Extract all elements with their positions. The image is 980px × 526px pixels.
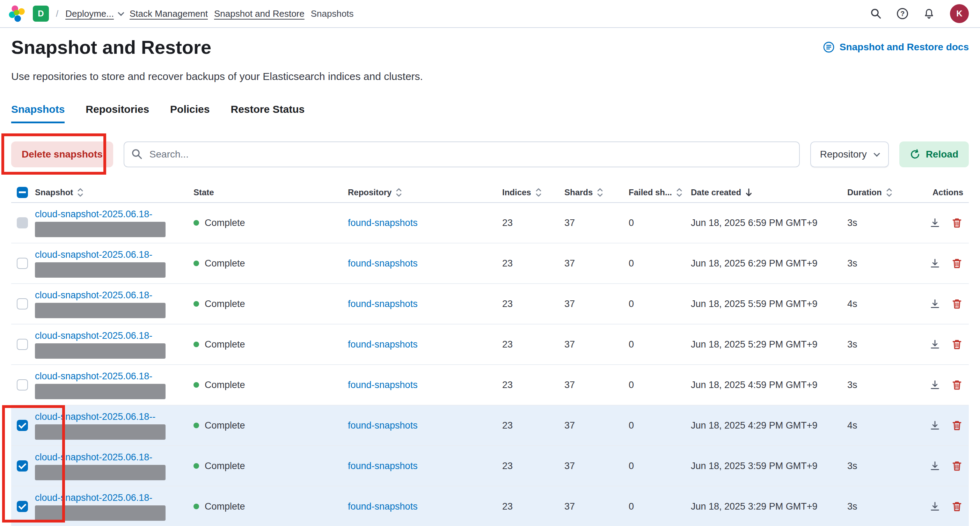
snapshot-link[interactable]: cloud-snapshot-2025.06.18- — [35, 290, 152, 301]
reload-label: Reload — [926, 149, 958, 160]
docs-link[interactable]: Snapshot and Restore docs — [823, 41, 969, 53]
row-checkbox[interactable] — [17, 339, 28, 350]
download-icon[interactable] — [930, 339, 940, 350]
repository-link[interactable]: found-snapshots — [348, 299, 418, 310]
repository-link[interactable]: found-snapshots — [348, 339, 418, 350]
breadcrumb-snapshots: Snapshots — [311, 8, 354, 19]
sort-icon — [395, 188, 402, 197]
notifications-icon[interactable] — [923, 8, 935, 19]
redacted-snapshot-suffix — [35, 222, 165, 237]
failed-shards-value: 0 — [628, 258, 691, 269]
breadcrumb-snapshot-and-restore[interactable]: Snapshot and Restore — [214, 8, 305, 19]
row-checkbox[interactable] — [17, 420, 28, 431]
page-header: Snapshot and Restore Snapshot and Restor… — [11, 37, 969, 58]
docs-link-label: Snapshot and Restore docs — [840, 41, 969, 53]
failed-shards-value: 0 — [628, 461, 691, 472]
redacted-snapshot-suffix — [35, 303, 165, 318]
tab-repositories[interactable]: Repositories — [86, 103, 149, 123]
date-created-value: Jun 18, 2025 3:59 PM GMT+9 — [691, 461, 847, 472]
date-created-value: Jun 18, 2025 5:29 PM GMT+9 — [691, 339, 847, 350]
row-checkbox[interactable] — [17, 217, 28, 229]
download-icon[interactable] — [930, 461, 940, 471]
tab-restore-status[interactable]: Restore Status — [231, 103, 305, 123]
repository-link[interactable]: found-snapshots — [348, 258, 418, 269]
status-complete-dot — [194, 220, 199, 226]
state-label: Complete — [205, 420, 245, 431]
breadcrumb-deployment-label: Deployme... — [65, 8, 114, 19]
column-header-indices[interactable]: Indices — [502, 188, 565, 197]
column-header-failed-shards[interactable]: Failed sh... — [628, 188, 691, 197]
repository-link[interactable]: found-snapshots — [348, 218, 418, 229]
snapshot-link[interactable]: cloud-snapshot-2025.06.18-- — [35, 412, 156, 422]
duration-value: 3s — [847, 461, 929, 472]
delete-icon[interactable] — [952, 258, 962, 269]
indices-value: 23 — [502, 380, 565, 391]
table-row: cloud-snapshot-2025.06.18- Complete foun… — [11, 324, 969, 365]
row-checkbox[interactable] — [17, 258, 28, 269]
indices-value: 23 — [502, 258, 565, 269]
state-label: Complete — [205, 339, 245, 350]
user-avatar[interactable]: K — [950, 4, 969, 23]
download-icon[interactable] — [930, 420, 940, 431]
indices-value: 23 — [502, 299, 565, 310]
download-icon[interactable] — [930, 218, 940, 228]
repository-link[interactable]: found-snapshots — [348, 380, 418, 391]
redacted-snapshot-suffix — [35, 424, 165, 440]
breadcrumb-stack-management[interactable]: Stack Management — [130, 8, 208, 19]
repository-filter-button[interactable]: Repository — [810, 141, 889, 167]
repository-link[interactable]: found-snapshots — [348, 501, 418, 512]
select-all-checkbox[interactable] — [17, 187, 28, 198]
breadcrumb-deployment[interactable]: Deployme... — [65, 8, 123, 19]
delete-icon[interactable] — [952, 339, 962, 350]
column-header-date-created[interactable]: Date created — [691, 188, 847, 197]
delete-icon[interactable] — [952, 299, 962, 309]
indices-value: 23 — [502, 339, 565, 350]
table-header-row: Snapshot State Repository Indices Shards — [11, 183, 969, 203]
snapshot-link[interactable]: cloud-snapshot-2025.06.18- — [35, 331, 152, 341]
state-label: Complete — [205, 299, 245, 310]
delete-icon[interactable] — [952, 380, 962, 390]
delete-snapshots-button[interactable]: Delete snapshots — [11, 141, 113, 167]
help-icon[interactable]: ? — [897, 8, 908, 19]
delete-icon[interactable] — [952, 461, 962, 471]
snapshot-link[interactable]: cloud-snapshot-2025.06.18- — [35, 452, 152, 463]
column-header-shards[interactable]: Shards — [565, 188, 628, 197]
delete-icon[interactable] — [952, 501, 962, 512]
shards-value: 37 — [565, 461, 628, 472]
download-icon[interactable] — [930, 258, 940, 269]
sort-icon — [596, 188, 604, 197]
download-icon[interactable] — [930, 299, 940, 309]
elastic-logo-icon[interactable] — [8, 5, 26, 22]
failed-shards-value: 0 — [628, 380, 691, 391]
repository-link[interactable]: found-snapshots — [348, 461, 418, 472]
snapshot-link[interactable]: cloud-snapshot-2025.06.18- — [35, 209, 152, 220]
column-header-duration[interactable]: Duration — [847, 188, 929, 197]
tab-snapshots[interactable]: Snapshots — [11, 103, 65, 123]
delete-icon[interactable] — [952, 420, 962, 431]
table-row: cloud-snapshot-2025.06.18-- Complete fou… — [11, 405, 969, 446]
column-header-repository[interactable]: Repository — [348, 188, 502, 197]
search-input[interactable] — [124, 141, 800, 167]
snapshot-link[interactable]: cloud-snapshot-2025.06.18- — [35, 371, 152, 382]
reload-button[interactable]: Reload — [899, 141, 969, 167]
row-checkbox[interactable] — [17, 501, 28, 512]
search-icon[interactable] — [870, 8, 881, 19]
deployment-badge[interactable]: D — [33, 6, 49, 22]
snapshot-link[interactable]: cloud-snapshot-2025.06.18- — [35, 493, 152, 503]
row-checkbox[interactable] — [17, 379, 28, 391]
snapshot-link[interactable]: cloud-snapshot-2025.06.18- — [35, 249, 152, 260]
repository-link[interactable]: found-snapshots — [348, 420, 418, 431]
redacted-snapshot-suffix — [35, 384, 165, 399]
redacted-snapshot-suffix — [35, 505, 165, 521]
row-checkbox[interactable] — [17, 460, 28, 472]
duration-value: 4s — [847, 299, 929, 310]
shards-value: 37 — [565, 299, 628, 310]
duration-value: 3s — [847, 258, 929, 269]
column-header-snapshot[interactable]: Snapshot — [35, 188, 194, 197]
download-icon[interactable] — [930, 380, 940, 390]
status-complete-dot — [194, 463, 199, 469]
download-icon[interactable] — [930, 501, 940, 512]
row-checkbox[interactable] — [17, 298, 28, 310]
delete-icon[interactable] — [952, 218, 962, 228]
tab-policies[interactable]: Policies — [170, 103, 210, 123]
